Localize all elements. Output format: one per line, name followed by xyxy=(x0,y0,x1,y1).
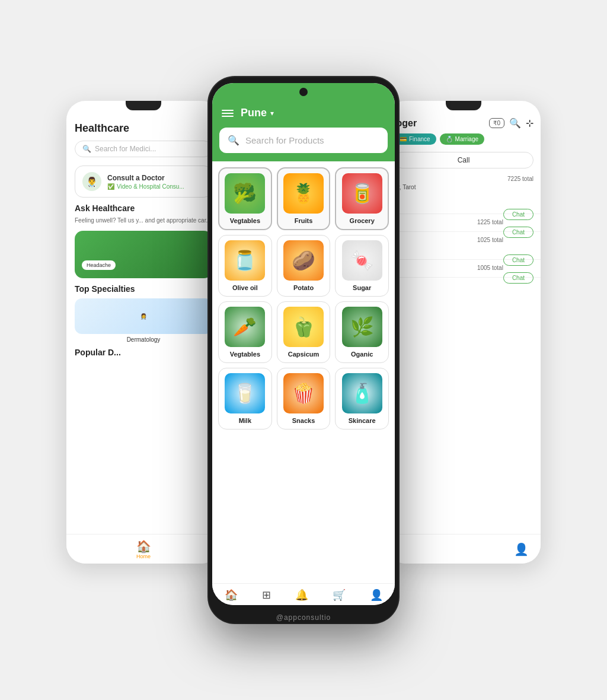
vegetables-image: 🥦 xyxy=(225,173,265,214)
chat-btn-3[interactable]: Chat xyxy=(503,254,533,266)
capsicum-image: 🫑 xyxy=(283,307,324,347)
oliveoil-label: Olive oil xyxy=(232,284,258,291)
left-search-bar[interactable]: 🔍 Search for Medici... xyxy=(75,141,212,157)
search-icon-center: 🔍 xyxy=(228,135,239,146)
headache-tag: Headache xyxy=(82,260,116,270)
hamburger-line-3 xyxy=(222,116,234,117)
hamburger-line-1 xyxy=(222,110,234,111)
product-card-vegetables[interactable]: 🥦 Vegtables xyxy=(218,167,272,230)
total-3: 1025 total xyxy=(477,237,503,243)
filter-icon[interactable]: ⊹ xyxy=(526,117,533,129)
center-header: Pune ▾ xyxy=(212,101,395,128)
center-search-area: 🔍 Search for Products xyxy=(212,128,395,161)
product-card-vegtables2[interactable]: 🥕 Vegtables xyxy=(218,301,272,363)
nav-grid-center[interactable]: ⊞ xyxy=(262,588,271,602)
vegtables2-label: Vegtables xyxy=(230,351,260,358)
search-placeholder: Search for Products xyxy=(245,135,324,145)
specialties-image: 👩‍⚕️ xyxy=(75,298,212,334)
finance-icon: 💳 xyxy=(400,136,407,142)
product-card-fruits[interactable]: 🍍 Fruits xyxy=(277,167,331,230)
phone-center-inner: Pune ▾ 🔍 Search for Products 🥦 Vegtables xyxy=(212,83,395,605)
product-row-1: 🥦 Vegtables 🍍 Fruits 🥫 Grocery xyxy=(218,167,389,230)
snacks-image: 🍿 xyxy=(283,373,324,413)
right-header: loger ₹0 🔍 ⊹ xyxy=(386,110,541,133)
hamburger-menu[interactable] xyxy=(222,110,234,117)
total-4: 1005 total xyxy=(477,265,503,271)
dermatology-label: Dermatology xyxy=(75,336,212,343)
grocery-image: 🥫 xyxy=(342,173,382,214)
right-icons: ₹0 🔍 ⊹ xyxy=(489,117,533,129)
check-icon: ✅ xyxy=(107,183,114,190)
product-card-oliveoil[interactable]: 🫙 Olive oil xyxy=(218,235,272,297)
product-card-grocery[interactable]: 🥫 Grocery xyxy=(335,167,389,230)
left-bottom-nav: 🏠 Home xyxy=(66,534,221,564)
potato-label: Potato xyxy=(293,284,314,291)
milk-label: Milk xyxy=(239,417,251,424)
health-banner: Headache xyxy=(75,231,212,278)
nav-home[interactable]: 🏠 Home xyxy=(136,539,151,559)
chat-btn-4[interactable]: Chat xyxy=(503,272,533,284)
vegtables2-image: 🥕 xyxy=(225,307,265,347)
popular-title: Popular D... xyxy=(75,348,212,357)
chat-btn-1[interactable]: Chat xyxy=(503,209,533,220)
nav-home-center[interactable]: 🏠 xyxy=(225,588,238,602)
product-card-organic[interactable]: 🌿 Oganic xyxy=(335,301,389,363)
skincare-label: Skincare xyxy=(349,417,376,424)
ask-description: Feeling unwell? Tell us y... and get app… xyxy=(75,217,212,225)
total-1: 7225 total xyxy=(507,176,533,182)
phone-center: Pune ▾ 🔍 Search for Products 🥦 Vegtables xyxy=(209,77,398,623)
search-icon: 🔍 xyxy=(82,145,91,153)
center-bottom-nav: 🏠 ⊞ 🔔 🛒 👤 xyxy=(212,583,395,605)
product-card-capsicum[interactable]: 🫑 Capsicum xyxy=(277,301,331,363)
product-row-4: 🥛 Milk 🍿 Snacks 🧴 Skincare xyxy=(218,368,389,429)
skincare-image: 🧴 xyxy=(342,373,382,413)
left-search-placeholder: Search for Medici... xyxy=(95,145,156,153)
right-tags: 💳 Finance 💍 Marriage xyxy=(386,133,541,149)
desc-1: gy, Tarotshs xyxy=(394,183,533,206)
person-icon-right[interactable]: 👤 xyxy=(514,542,529,556)
doctor-image-icon: 👩‍⚕️ xyxy=(140,313,147,320)
consult-card[interactable]: 👨‍⚕️ Consult a Doctor ✅ Video & Hospital… xyxy=(75,166,212,198)
left-notch xyxy=(126,101,161,110)
desc-3: ot xyxy=(394,244,533,252)
snacks-label: Snacks xyxy=(292,417,315,424)
location-row[interactable]: Pune ▾ xyxy=(241,107,274,119)
hamburger-line-2 xyxy=(222,113,234,114)
chat-btn-2[interactable]: Chat xyxy=(503,227,533,238)
organic-image: 🌿 xyxy=(342,307,382,347)
finance-tag[interactable]: 💳 Finance xyxy=(394,133,436,145)
product-card-snacks[interactable]: 🍿 Snacks xyxy=(277,368,331,429)
sugar-image: 🍬 xyxy=(342,240,382,281)
product-card-skincare[interactable]: 🧴 Skincare xyxy=(335,368,389,429)
marriage-tag[interactable]: 💍 Marriage xyxy=(440,133,484,145)
capsicum-label: Capsicum xyxy=(288,351,320,358)
milk-image: 🥛 xyxy=(225,373,265,413)
rupee-badge: ₹0 xyxy=(489,118,504,128)
vegetables-label: Vegtables xyxy=(230,217,260,224)
home-label: Home xyxy=(136,553,151,559)
fruits-image: 🍍 xyxy=(283,173,324,214)
left-title: Healthcare xyxy=(75,122,212,135)
phone-right: loger ₹0 🔍 ⊹ 💳 Finance 💍 Marriage Call 7… xyxy=(386,101,541,564)
home-icon: 🏠 xyxy=(136,539,151,553)
nav-bell-center[interactable]: 🔔 xyxy=(295,588,308,602)
product-row-3: 🥕 Vegtables 🫑 Capsicum 🌿 Oganic xyxy=(218,301,389,363)
grocery-label: Grocery xyxy=(350,217,375,224)
nav-profile-center[interactable]: 👤 xyxy=(370,588,383,602)
notch-bar xyxy=(212,83,395,101)
doctor-avatar: 👨‍⚕️ xyxy=(82,172,101,191)
product-row-2: 🫙 Olive oil 🥔 Potato 🍬 Sugar xyxy=(218,235,389,297)
sugar-label: Sugar xyxy=(353,284,371,291)
product-card-milk[interactable]: 🥛 Milk xyxy=(218,368,272,429)
nav-cart-center[interactable]: 🛒 xyxy=(333,588,346,602)
product-card-potato[interactable]: 🥔 Potato xyxy=(277,235,331,297)
product-search-bar[interactable]: 🔍 Search for Products xyxy=(219,128,388,153)
fruits-label: Fruits xyxy=(295,217,313,224)
watermark: @appconsultio xyxy=(209,611,398,623)
chevron-down-icon: ▾ xyxy=(270,109,274,117)
product-card-sugar[interactable]: 🍬 Sugar xyxy=(335,235,389,297)
call-button[interactable]: Call xyxy=(394,152,533,168)
total-2: 1225 total xyxy=(477,219,503,225)
marriage-icon: 💍 xyxy=(446,136,453,142)
search-icon-right[interactable]: 🔍 xyxy=(509,117,521,129)
